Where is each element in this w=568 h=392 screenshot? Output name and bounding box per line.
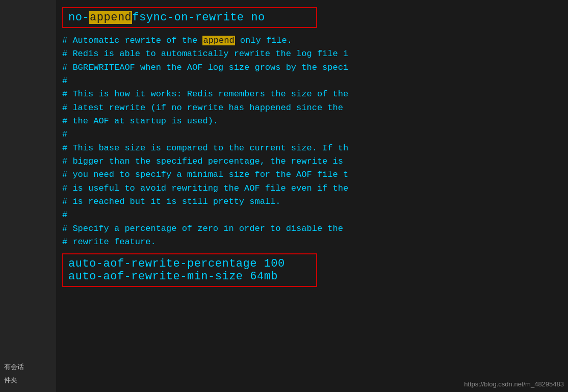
comment-line-15: # Specify a percentage of zero in order … (62, 222, 562, 236)
sidebar-item-folders[interactable]: 件夹 (0, 374, 56, 387)
comment-line-3: # BGREWRITEAOF when the AOF log size gro… (62, 61, 562, 74)
comment-line-11: # you need to specify a minimal size for… (62, 168, 562, 181)
comment-line-14: # (62, 208, 562, 222)
comment-line-13: # is reached but it is still pretty smal… (62, 195, 562, 208)
comment-line-9: # This base size is compared to the curr… (62, 142, 562, 155)
bottom-code-line-1: auto-aof-rewrite-percentage 100 (68, 257, 311, 270)
comment-line-7: # the AOF at startup is used). (62, 115, 562, 128)
comment-append-highlight: append (202, 36, 235, 45)
comments-area: # Automatic rewrite of the append only f… (56, 34, 568, 249)
code-area: no-appendfsync-on-rewrite no # Automatic… (56, 0, 568, 392)
main-content: 有会话 件夹 no-appendfsync-on-rewrite no # Au… (0, 0, 568, 392)
bottom-code-line-2: auto-aof-rewrite-min-size 64mb (68, 270, 311, 283)
comment-line-10: # bigger than the specified percentage, … (62, 155, 562, 168)
top-code-block: no-appendfsync-on-rewrite no (62, 7, 317, 28)
comment-line-2: # Redis is able to automatically rewrite… (62, 47, 562, 61)
top-prefix: no- (68, 11, 89, 24)
comment-line-6: # latest rewrite (if no rewrite has happ… (62, 101, 562, 115)
comment-line-16: # rewrite feature. (62, 236, 562, 249)
comment-line-8: # (62, 128, 562, 141)
sidebar-item-conversations[interactable]: 有会话 (0, 360, 56, 374)
top-code-line: no-appendfsync-on-rewrite no (68, 11, 311, 24)
comment-line-4: # (62, 74, 562, 88)
comment-line-5: # This is how it works: Redis remembers … (62, 88, 562, 101)
sidebar: 有会话 件夹 (0, 0, 56, 392)
bottom-code-block: auto-aof-rewrite-percentage 100 auto-aof… (62, 253, 317, 287)
watermark: https://blog.csdn.net/m_48295483 (464, 380, 564, 388)
top-highlight: append (89, 11, 132, 24)
comment-line-1: # Automatic rewrite of the append only f… (62, 34, 562, 47)
top-suffix: fsync-on-rewrite no (132, 11, 265, 24)
comment-line-12: # is useful to avoid rewriting the AOF f… (62, 182, 562, 195)
